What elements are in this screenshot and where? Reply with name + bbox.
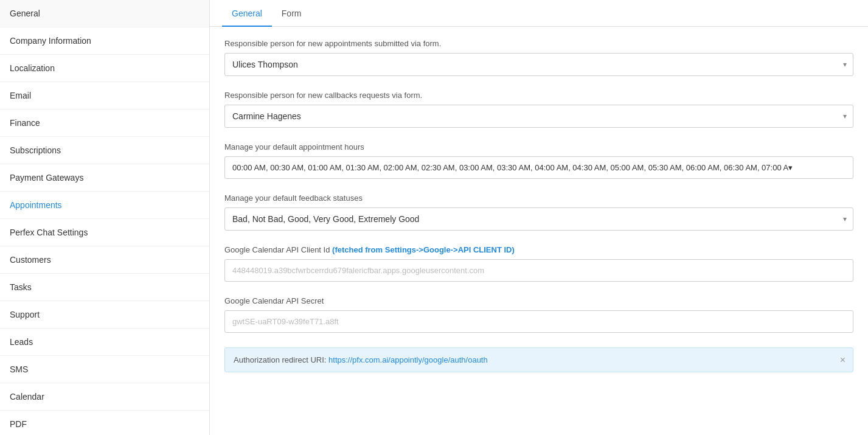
appointments-responsible-select[interactable]: Ulices Thompson (225, 54, 853, 75)
sidebar-item-subscriptions[interactable]: Subscriptions (0, 137, 209, 164)
sidebar-item-finance[interactable]: Finance (0, 110, 209, 137)
sidebar-item-tasks[interactable]: Tasks (0, 274, 209, 301)
sidebar-item-customers[interactable]: Customers (0, 246, 209, 274)
sidebar-item-pdf[interactable]: PDF (0, 411, 209, 435)
appointments-responsible-label: Responsible person for new appointments … (224, 39, 853, 48)
auth-redirect-label: Authorization redirect URI: (234, 355, 328, 364)
appointment-hours-group: Manage your default appointment hours 00… (224, 142, 853, 179)
sidebar: GeneralCompany InformationLocalizationEm… (0, 0, 210, 435)
main-content: GeneralForm Responsible person for new a… (210, 0, 868, 435)
sidebar-item-payment-gateways[interactable]: Payment Gateways (0, 164, 209, 192)
sidebar-item-leads[interactable]: Leads (0, 329, 209, 356)
sidebar-item-localization[interactable]: Localization (0, 55, 209, 82)
sidebar-item-perfex-chat-settings[interactable]: Perfex Chat Settings (0, 219, 209, 246)
sidebar-item-calendar[interactable]: Calendar (0, 383, 209, 411)
google-client-id-input[interactable] (224, 259, 853, 282)
google-client-id-label-prefix: Google Calendar API Client Id (224, 245, 332, 254)
callbacks-responsible-select[interactable]: Carmine Hagenes (225, 105, 853, 127)
sidebar-item-company-information[interactable]: Company Information (0, 27, 209, 55)
appointments-responsible-select-wrapper[interactable]: Ulices Thompson ▾ (224, 53, 853, 76)
feedback-statuses-label: Manage your default feedback statuses (224, 193, 853, 203)
feedback-statuses-select[interactable]: Bad, Not Bad, Good, Very Good, Extremely… (225, 208, 853, 230)
callbacks-responsible-group: Responsible person for new callbacks req… (224, 91, 853, 128)
appointments-responsible-group: Responsible person for new appointments … (224, 39, 853, 76)
google-client-id-label: Google Calendar API Client Id (fetched f… (224, 245, 853, 254)
sidebar-item-appointments[interactable]: Appointments (0, 192, 209, 219)
appointment-hours-value: 00:00 AM, 00:30 AM, 01:00 AM, 01:30 AM, … (232, 163, 793, 172)
auth-redirect-close[interactable]: × (840, 355, 845, 366)
tabs-bar: GeneralForm (210, 0, 868, 27)
feedback-statuses-select-wrapper[interactable]: Bad, Not Bad, Good, Very Good, Extremely… (224, 207, 853, 231)
sidebar-item-support[interactable]: Support (0, 301, 209, 329)
feedback-statuses-group: Manage your default feedback statuses Ba… (224, 193, 853, 231)
auth-redirect-box: Authorization redirect URI: https://pfx.… (224, 347, 853, 372)
callbacks-responsible-select-wrapper[interactable]: Carmine Hagenes ▾ (224, 105, 853, 128)
google-secret-label: Google Calendar API Secret (224, 296, 853, 305)
tab-form[interactable]: Form (272, 0, 311, 27)
google-client-id-label-bold: (fetched from Settings->Google->API CLIE… (332, 245, 515, 254)
google-secret-input[interactable] (224, 310, 853, 333)
appointment-hours-label: Manage your default appointment hours (224, 142, 853, 151)
appointment-hours-multiselect[interactable]: 00:00 AM, 00:30 AM, 01:00 AM, 01:30 AM, … (224, 156, 853, 179)
google-client-id-group: Google Calendar API Client Id (fetched f… (224, 245, 853, 282)
tab-general[interactable]: General (222, 0, 272, 27)
callbacks-responsible-label: Responsible person for new callbacks req… (224, 91, 853, 100)
sidebar-item-sms[interactable]: SMS (0, 356, 209, 383)
google-secret-group: Google Calendar API Secret (224, 296, 853, 333)
sidebar-item-email[interactable]: Email (0, 82, 209, 110)
auth-redirect-url[interactable]: https://pfx.com.ai/appointly/google/auth… (328, 355, 488, 364)
sidebar-item-general[interactable]: General (0, 0, 209, 27)
content-area: Responsible person for new appointments … (210, 27, 868, 385)
